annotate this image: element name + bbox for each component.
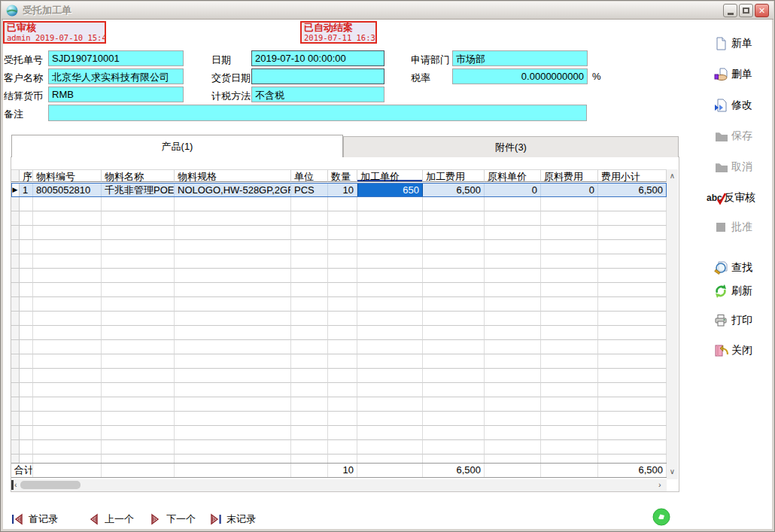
window-title: 受托加工单	[23, 4, 71, 17]
grid-empty-row	[11, 426, 667, 440]
action-button-label: 删单	[731, 68, 752, 81]
grid-column-header[interactable]: 单位	[291, 170, 328, 182]
department-field[interactable]: 市场部	[452, 50, 588, 66]
grid-column-header[interactable]: 物料名称	[102, 170, 175, 182]
status-green-icon[interactable]	[652, 508, 670, 526]
grid-empty-selector	[11, 397, 20, 412]
grid-column-header[interactable]: 加工单价	[357, 170, 423, 182]
delivery-date-field[interactable]	[251, 68, 384, 84]
scroll-left-icon[interactable]: ‹	[14, 480, 17, 490]
grid-empty-selector	[11, 297, 20, 312]
grid-cell[interactable]: 千兆非管理POE	[102, 183, 175, 197]
modify-doc-icon	[714, 99, 729, 112]
grid-empty-selector	[11, 283, 20, 297]
grid-empty-selector	[11, 412, 20, 426]
cancel-icon	[714, 160, 729, 174]
grid-empty-cell	[20, 426, 33, 440]
grid-column-header[interactable]: 原料费用	[541, 170, 598, 182]
grid-empty-cell	[102, 454, 175, 463]
grid-column-header[interactable]: 序号	[20, 170, 33, 182]
grid-empty-cell	[598, 297, 667, 312]
first-record-button[interactable]: 首记录	[11, 512, 58, 526]
remark-field[interactable]	[48, 105, 587, 121]
grid-empty-cell	[291, 312, 328, 326]
next-record-button[interactable]: 下一个	[149, 512, 196, 526]
maximize-button[interactable]	[739, 4, 753, 17]
grid-empty-cell	[175, 312, 291, 326]
modify-button[interactable]: 修改	[714, 98, 752, 113]
grid-column-header[interactable]: 数量	[328, 170, 357, 182]
grid-cell[interactable]: 1	[20, 183, 33, 197]
new-doc-icon	[714, 37, 729, 50]
last-record-button[interactable]: 末记录	[209, 512, 256, 526]
close-form-button[interactable]: 关闭	[714, 343, 752, 358]
grid-cell[interactable]: 0	[541, 183, 598, 197]
grid-cell[interactable]: NOLOGO,HW-528GP,2GF8	[175, 183, 291, 197]
unaudit-button[interactable]: abc反审核	[707, 190, 755, 205]
customer-field[interactable]: 北京华人求实科技有限公司	[48, 68, 184, 84]
entrust-no-field[interactable]: SJD190710001	[48, 50, 184, 66]
grid-empty-cell	[291, 426, 328, 440]
tab-products[interactable]: 产品(1)	[11, 135, 343, 157]
grid-header-row: 序号物料编号物料名称物料规格单位数量加工单价加工费用原料单价原料费用费用小计	[11, 170, 667, 182]
grid-empty-cell	[423, 397, 485, 412]
refresh-button[interactable]: 刷新	[714, 284, 752, 299]
grid-cell[interactable]: 0	[485, 183, 541, 197]
tax-rate-field[interactable]: 0.0000000000	[452, 68, 588, 84]
grid-column-header[interactable]: 物料编号	[33, 170, 102, 182]
grid-empty-cell	[328, 226, 357, 240]
scroll-up-icon[interactable]: ∧	[667, 172, 678, 181]
tab-attachments[interactable]: 附件(3)	[343, 136, 679, 157]
grid-empty-cell	[175, 440, 291, 454]
grid-column-header[interactable]: 加工费用	[423, 170, 485, 182]
grid-cell[interactable]: 10	[328, 183, 357, 197]
titlebar[interactable]: 受托加工单 ✕	[2, 2, 773, 20]
customer-label: 客户名称	[4, 71, 43, 85]
grid-cell[interactable]: 6,500	[423, 183, 485, 197]
hscroll-thumb[interactable]	[20, 481, 81, 489]
find-button[interactable]: 查找	[714, 260, 752, 275]
grid-empty-cell	[291, 240, 328, 254]
product-grid: 序号物料编号物料名称物料规格单位数量加工单价加工费用原料单价原料费用费用小计▶1…	[11, 169, 678, 491]
grid-empty-row	[11, 283, 667, 297]
grid-empty-cell	[541, 326, 598, 340]
save-button: 保存	[714, 129, 752, 144]
action-button-label: 批准	[731, 220, 752, 234]
tax-method-field[interactable]: 不含税	[251, 87, 384, 102]
scroll-down-icon[interactable]: ∨	[667, 467, 678, 476]
minimize-button[interactable]	[723, 4, 737, 17]
grid-horizontal-scrollbar[interactable]: ‹›	[11, 479, 667, 491]
grid-empty-cell	[175, 454, 291, 463]
grid-empty-cell	[423, 254, 485, 269]
grid-empty-cell	[357, 354, 423, 369]
date-field[interactable]: 2019-07-10 00:00:00	[251, 50, 384, 66]
grid-empty-cell	[328, 254, 357, 269]
grid-vertical-scrollbar[interactable]: ∧∨	[667, 169, 678, 479]
currency-field[interactable]: RMB	[48, 87, 184, 102]
grid-empty-cell	[102, 297, 175, 312]
unaudit-icon: abc	[707, 191, 722, 205]
grid-empty-cell	[485, 354, 541, 369]
grid-cell[interactable]: PCS	[291, 183, 328, 197]
grid-column-header[interactable]: 费用小计	[598, 170, 667, 182]
scroll-right-icon[interactable]: ›	[658, 480, 661, 490]
close-window-button[interactable]: ✕	[755, 4, 769, 17]
new-button[interactable]: 新单	[714, 36, 752, 51]
grid-empty-cell	[357, 412, 423, 426]
tax-rate-percent-suffix: %	[592, 71, 601, 82]
grid-empty-cell	[33, 354, 102, 369]
delete-button[interactable]: 删单	[714, 67, 752, 82]
grid-empty-cell	[102, 426, 175, 440]
prev-record-button[interactable]: 上一个	[87, 512, 134, 526]
grid-cell[interactable]: 8005052810	[33, 183, 102, 197]
grid-empty-cell	[541, 269, 598, 283]
detail-tabstrip: 产品(1) 附件(3)	[11, 135, 679, 157]
grid-data-row[interactable]: ▶18005052810千兆非管理POENOLOGO,HW-528GP,2GF8…	[11, 183, 667, 197]
grid-cell[interactable]: 650	[357, 183, 423, 197]
grid-column-header[interactable]: 原料单价	[485, 170, 541, 182]
print-button[interactable]: 打印	[714, 313, 752, 328]
grid-empty-cell	[102, 312, 175, 326]
grid-column-header[interactable]: 物料规格	[175, 170, 291, 182]
grid-cell[interactable]: 6,500	[598, 183, 667, 197]
grid-splitter[interactable]	[11, 480, 14, 490]
